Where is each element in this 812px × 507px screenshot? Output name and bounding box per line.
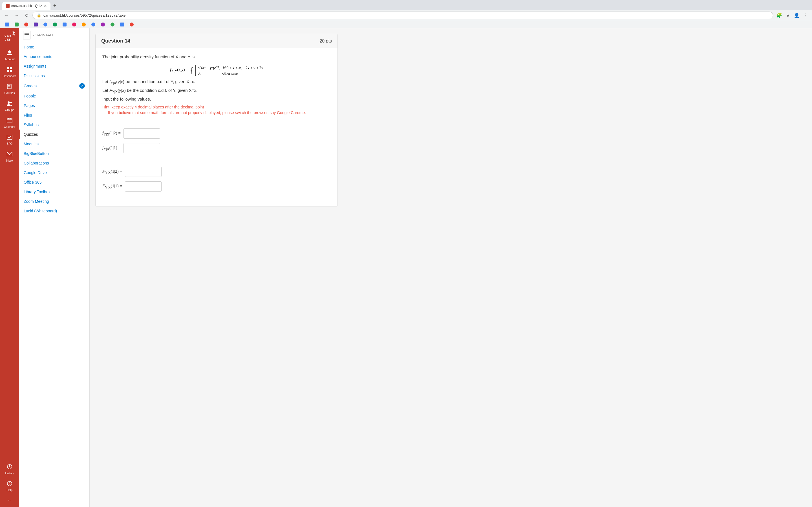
history-icon [6, 464, 13, 471]
bookmark-item[interactable] [70, 22, 79, 27]
sidebar-item-google-drive[interactable]: Google Drive [19, 168, 89, 177]
syllabus-link[interactable]: Syllabus [19, 120, 89, 129]
people-link[interactable]: People [19, 91, 89, 101]
assignments-link[interactable]: Assignments [19, 61, 89, 71]
bookmark-item[interactable] [108, 22, 117, 27]
sidebar-item-lucid[interactable]: Lucid (Whiteboard) [19, 206, 89, 216]
sidebar-item-home[interactable]: Home [19, 42, 89, 52]
library-toolbox-link[interactable]: Library Toolbox [19, 187, 89, 196]
sfq-label: SFQ [7, 142, 13, 145]
sidebar-item-library-toolbox[interactable]: Library Toolbox [19, 187, 89, 196]
profile-button[interactable]: 👤 [793, 11, 801, 19]
modules-link[interactable]: Modules [19, 139, 89, 149]
bookmark-item[interactable] [80, 22, 88, 27]
sidebar-item-assignments[interactable]: Assignments [19, 61, 89, 71]
extensions-button[interactable]: 🧩 [775, 11, 783, 19]
sidebar-item-announcements[interactable]: Announcements [19, 52, 89, 61]
sidebar-item-bigbluebutton[interactable]: BigBlueButton [19, 149, 89, 158]
nav-item-account[interactable]: Account [1, 47, 18, 63]
sidebar-item-office365[interactable]: Office 365 [19, 177, 89, 187]
formula-left: fX,Y(x,y) = [170, 67, 188, 73]
grades-badge: 2 [79, 83, 85, 89]
bookmark-item[interactable] [89, 22, 98, 27]
canvas-nav: can vas Account Dashboard [0, 28, 19, 507]
pages-link[interactable]: Pages [19, 101, 89, 110]
sidebar-item-discussions[interactable]: Discussions [19, 71, 89, 80]
zoom-meeting-link[interactable]: Zoom Meeting [19, 196, 89, 206]
forward-button[interactable]: → [13, 12, 21, 19]
nav-item-inbox[interactable]: Inbox [1, 149, 18, 165]
collapse-nav-button[interactable]: ← [5, 495, 14, 505]
nav-item-history[interactable]: History [1, 461, 18, 477]
bookmark-button[interactable]: ★ [785, 11, 791, 19]
courses-label: Courses [4, 92, 15, 95]
sidebar-item-people[interactable]: People [19, 91, 89, 101]
nav-item-dashboard[interactable]: Dashboard [1, 64, 18, 80]
home-link[interactable]: Home [19, 42, 89, 52]
bookmark-item[interactable] [118, 22, 126, 27]
bookmark-item[interactable] [51, 22, 59, 27]
groups-icon [6, 100, 13, 108]
sidebar-item-collaborations[interactable]: Collaborations [19, 158, 89, 168]
bookmark-item[interactable] [22, 22, 31, 27]
bigbluebutton-link[interactable]: BigBlueButton [19, 149, 89, 158]
nav-item-courses[interactable]: Courses [1, 81, 18, 97]
sidebar-item-quizzes[interactable]: Quizzes [19, 129, 89, 139]
sidebar-menu-button[interactable] [23, 31, 31, 40]
bookmark-item[interactable] [128, 22, 136, 27]
files-link[interactable]: Files [19, 110, 89, 120]
refresh-button[interactable]: ↻ [23, 11, 30, 19]
svg-rect-21 [24, 33, 29, 34]
input-row-F-1-2: FY|X(1|2) = [102, 167, 331, 177]
sidebar-item-zoom-meeting[interactable]: Zoom Meeting [19, 196, 89, 206]
input-label-f-1-2: fY|X(1|2) = [102, 131, 121, 136]
back-button[interactable]: ← [3, 12, 11, 19]
google-drive-link[interactable]: Google Drive [19, 168, 89, 177]
nav-item-sfq[interactable]: SFQ [1, 132, 18, 148]
calendar-label: Calendar [4, 125, 15, 128]
svg-rect-12 [7, 118, 12, 123]
svg-point-11 [10, 102, 12, 103]
input-row-f-1-1: fY|X(1|1) = [102, 143, 331, 153]
office365-link[interactable]: Office 365 [19, 177, 89, 187]
quizzes-link[interactable]: Quizzes [19, 129, 89, 139]
input-prompt: Input the following values. [102, 97, 331, 101]
input-label-f-1-1: fY|X(1|1) = [102, 145, 121, 151]
lucid-link[interactable]: Lucid (Whiteboard) [19, 206, 89, 216]
svg-point-2 [8, 50, 11, 53]
active-tab[interactable]: canvas.ust.hk - Quiz ✕ [2, 2, 50, 10]
bookmark-item[interactable] [12, 22, 21, 27]
answer-input-f-1-2[interactable] [123, 128, 160, 138]
sidebar-item-pages[interactable]: Pages [19, 101, 89, 110]
bookmark-item[interactable] [3, 22, 11, 27]
formula-case1: c(4x² − y²)e−x, if 0 ≤ x < ∞, −2x ≤ y ≤ … [198, 65, 263, 70]
bookmark-item[interactable] [99, 22, 107, 27]
tab-favicon [6, 4, 10, 8]
nav-item-help[interactable]: ? Help [1, 478, 18, 494]
grades-link[interactable]: Grades 2 [19, 80, 89, 91]
nav-item-calendar[interactable]: Calendar [1, 115, 18, 131]
groups-label: Groups [5, 108, 14, 112]
sidebar-item-syllabus[interactable]: Syllabus [19, 120, 89, 129]
sidebar-item-files[interactable]: Files [19, 110, 89, 120]
browser-chrome: canvas.ust.hk - Quiz ✕ + ← → ↻ 🔒 canvas.… [0, 0, 812, 28]
collaborations-link[interactable]: Collaborations [19, 158, 89, 168]
answer-input-F-1-2[interactable] [125, 167, 161, 177]
help-label: Help [7, 489, 13, 492]
new-tab-button[interactable]: + [51, 2, 59, 10]
address-bar[interactable]: 🔒 canvas.ust.hk/courses/59572/quizzes/12… [33, 11, 773, 19]
bookmark-item[interactable] [60, 22, 69, 27]
bookmark-item[interactable] [32, 22, 40, 27]
menu-button[interactable]: ⋮ [802, 11, 809, 19]
bookmark-item[interactable] [41, 22, 50, 27]
nav-item-groups[interactable]: Groups [1, 98, 18, 114]
sidebar-item-modules[interactable]: Modules [19, 139, 89, 149]
answer-input-F-1-1[interactable] [125, 181, 161, 191]
question-intro: The joint probability density function o… [102, 54, 331, 60]
answer-input-f-1-1[interactable] [123, 143, 160, 153]
tab-close-button[interactable]: ✕ [44, 4, 47, 8]
discussions-link[interactable]: Discussions [19, 71, 89, 80]
announcements-link[interactable]: Announcements [19, 52, 89, 61]
sidebar-item-grades[interactable]: Grades 2 [19, 80, 89, 91]
canvas-logo: can vas [3, 31, 16, 44]
